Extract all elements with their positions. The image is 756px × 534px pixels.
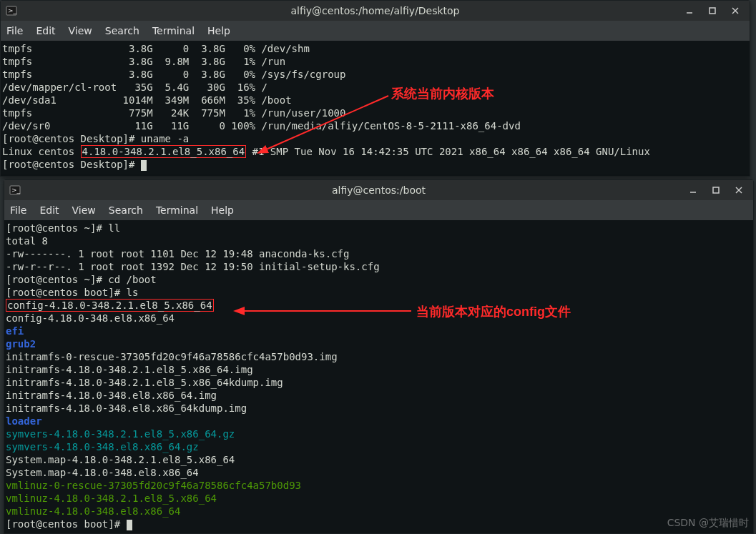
terminal-line: [root@centos ~]# cd /boot: [6, 273, 750, 286]
config-file-highlight: config-4.18.0-348.2.1.el8_5.x86_64: [6, 299, 214, 312]
menu-help[interactable]: Help: [207, 25, 230, 36]
svg-rect-9: [713, 187, 719, 193]
annotation-kernel-label: 系统当前内核版本: [391, 85, 494, 102]
terminal-line: [root@centos Desktop]# uname -a: [2, 132, 747, 145]
terminal-line: config-4.18.0-348.el8.x86_64: [6, 312, 750, 325]
terminal-window-boot: >_ alfiy@centos:/boot File Edit View Sea…: [4, 179, 754, 534]
terminal-line: tmpfs 3.8G 0 3.8G 0% /sys/fs/cgroup: [2, 68, 747, 81]
close-button[interactable]: [730, 5, 741, 16]
terminal-line: tmpfs 3.8G 9.8M 3.8G 1% /run: [2, 55, 747, 68]
terminal-line: /dev/sr0 11G 11G 0 100% /run/media/alfiy…: [2, 119, 747, 132]
terminal-line: /dev/sda1 1014M 349M 666M 35% /boot: [2, 94, 747, 107]
cursor: [127, 520, 132, 530]
terminal-body[interactable]: tmpfs 3.8G 0 3.8G 0% /dev/shmtmpfs 3.8G …: [1, 41, 750, 176]
window-title: alfiy@centos:/boot: [4, 184, 753, 196]
svg-text:>_: >_: [8, 7, 17, 14]
terminal-prompt: [root@centos boot]#: [6, 518, 750, 530]
watermark: CSDN @艾瑞惜时: [667, 517, 749, 530]
minimize-button[interactable]: [687, 184, 699, 196]
kernel-version-highlight: 4.18.0-348.2.1.el8_5.x86_64: [81, 145, 247, 158]
terminal-app-icon: >_: [5, 4, 18, 17]
terminal-line: System.map-4.18.0-348.el8.x86_64: [6, 466, 750, 479]
terminal-line: symvers-4.18.0-348.2.1.el8_5.x86_64.gz: [6, 427, 750, 440]
terminal-app-icon: >_: [9, 184, 21, 197]
terminal-line: grub2: [6, 337, 750, 350]
menu-file[interactable]: File: [10, 204, 26, 216]
terminal-line: initramfs-4.18.0-348.el8.x86_64.img: [6, 389, 750, 402]
svg-rect-3: [710, 8, 715, 14]
annotation-config-label: 当前版本对应的config文件: [416, 303, 571, 320]
titlebar[interactable]: >_ alfiy@centos:/boot: [4, 180, 753, 200]
terminal-line: symvers-4.18.0-348.el8.x86_64.gz: [6, 440, 750, 453]
terminal-line: [root@centos boot]# ls: [6, 286, 750, 299]
maximize-button[interactable]: [710, 184, 722, 196]
cursor: [141, 160, 147, 171]
minimize-button[interactable]: [684, 5, 695, 16]
terminal-line: vmlinuz-4.18.0-348.el8.x86_64: [6, 505, 750, 518]
terminal-line: initramfs-4.18.0-348.2.1.el8_5.x86_64kdu…: [6, 376, 750, 389]
menu-view[interactable]: View: [72, 204, 96, 216]
terminal-window-desktop: >_ alfiy@centos:/home/alfiy/Desktop File…: [0, 0, 750, 177]
terminal-line: -rw-------. 1 root root 1101 Dec 12 19:4…: [6, 247, 750, 260]
terminal-line: loader: [6, 415, 750, 427]
titlebar[interactable]: >_ alfiy@centos:/home/alfiy/Desktop: [1, 1, 750, 21]
terminal-line: [root@centos ~]# ll: [6, 222, 750, 234]
menu-search[interactable]: Search: [105, 25, 139, 36]
menu-view[interactable]: View: [69, 25, 92, 36]
terminal-line: System.map-4.18.0-348.2.1.el8_5.x86_64: [6, 453, 750, 466]
menu-help[interactable]: Help: [211, 204, 234, 216]
terminal-line: tmpfs 3.8G 0 3.8G 0% /dev/shm: [2, 42, 747, 55]
terminal-line: initramfs-4.18.0-348.2.1.el8_5.x86_64.im…: [6, 363, 750, 376]
terminal-line: vmlinuz-4.18.0-348.2.1.el8_5.x86_64: [6, 492, 750, 505]
terminal-line: tmpfs 775M 24K 775M 1% /run/user/1000: [2, 107, 747, 119]
maximize-button[interactable]: [707, 5, 718, 16]
menu-edit[interactable]: Edit: [39, 204, 59, 216]
terminal-line: /dev/mapper/cl-root 35G 5.4G 30G 16% /: [2, 81, 747, 94]
terminal-body[interactable]: [root@centos ~]# lltotal 8-rw-------. 1 …: [4, 220, 753, 533]
menu-edit[interactable]: Edit: [36, 25, 55, 36]
terminal-prompt: [root@centos Desktop]#: [2, 158, 747, 171]
terminal-line: efi: [6, 325, 750, 337]
terminal-line: config-4.18.0-348.2.1.el8_5.x86_64: [6, 299, 750, 312]
terminal-line: total 8: [6, 234, 750, 247]
terminal-line: -rw-r--r--. 1 root root 1392 Dec 12 19:5…: [6, 260, 750, 273]
terminal-line: initramfs-0-rescue-37305fd20c9f46a78586c…: [6, 350, 750, 363]
terminal-line: Linux centos 4.18.0-348.2.1.el8_5.x86_64…: [2, 145, 747, 158]
menu-file[interactable]: File: [6, 25, 23, 36]
menu-search[interactable]: Search: [109, 204, 143, 216]
menu-terminal[interactable]: Terminal: [152, 25, 195, 36]
terminal-line: vmlinuz-0-rescue-37305fd20c9f46a78586cfc…: [6, 479, 750, 492]
terminal-line: initramfs-4.18.0-348.el8.x86_64kdump.img: [6, 402, 750, 415]
close-button[interactable]: [733, 184, 745, 196]
menubar: File Edit View Search Terminal Help: [4, 200, 753, 220]
window-title: alfiy@centos:/home/alfiy/Desktop: [1, 5, 750, 16]
svg-text:>_: >_: [11, 187, 21, 194]
menubar: File Edit View Search Terminal Help: [1, 21, 750, 41]
menu-terminal[interactable]: Terminal: [156, 204, 198, 216]
